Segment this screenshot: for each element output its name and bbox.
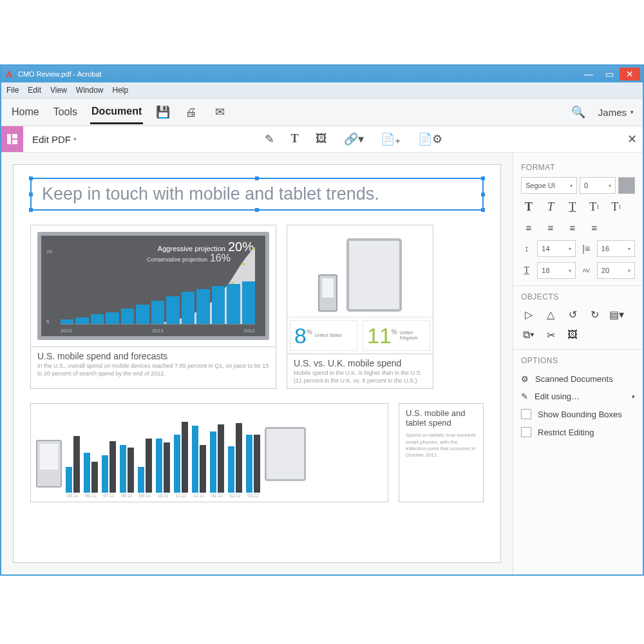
line-spacing-icon: ↕ <box>521 243 532 254</box>
underline-button[interactable]: T <box>565 199 580 214</box>
flip-horizontal-button[interactable]: △ <box>543 307 558 322</box>
font-family-select[interactable]: Segoe UI▾ <box>521 177 577 194</box>
format-sidebar: FORMAT Segoe UI▾ 0▾ T T T T1 T1 ≡ ≡ ≡ ≡ … <box>513 153 643 574</box>
group-button[interactable]: ⧉▾ <box>521 327 536 343</box>
document-page[interactable]: Keep in touch with mobile and tablet tre… <box>13 164 501 563</box>
panel3-title: U.S. mobile and tablet spend <box>406 409 477 428</box>
align-left-button[interactable]: ≡ <box>521 220 536 235</box>
phone-icon <box>36 440 62 488</box>
panel-mobile-tablet-chart: 05.11 06.11 07.11 08.11 09.11 10.11 11.1… <box>30 403 388 502</box>
window-close-button[interactable]: ✕ <box>620 68 640 80</box>
svg-point-8 <box>252 247 255 250</box>
panel3-subtitle: Spend on tablets now exceeds smart phone… <box>406 432 477 459</box>
checkbox-icon[interactable] <box>521 409 531 419</box>
panel2-title: U.S. vs. U.K. mobile spend <box>294 358 426 368</box>
format-heading: FORMAT <box>521 163 635 172</box>
color-swatch[interactable] <box>618 177 635 194</box>
menu-edit[interactable]: Edit <box>28 86 41 95</box>
panel1-title: U.S. mobile spend and forecasts <box>37 351 269 361</box>
horizontal-scale-icon: T <box>521 265 532 276</box>
align-center-button[interactable]: ≡ <box>543 220 558 235</box>
mail-icon[interactable]: ✉ <box>211 105 228 119</box>
options-heading: OPTIONS <box>521 356 635 365</box>
gear-icon: ⚙ <box>521 374 529 384</box>
chart-area-1: Aggressive projection20% Conservative pr… <box>37 232 269 340</box>
panel-us-mobile-spend: Aggressive projection20% Conservative pr… <box>30 225 276 389</box>
pencil-icon: ✎ <box>521 392 528 401</box>
close-tool-button[interactable]: ✕ <box>621 132 643 146</box>
panel1-subtitle: In the U.S., overall spend on mobile dev… <box>37 363 269 377</box>
font-size-select[interactable]: 0▾ <box>580 177 616 194</box>
edit-text-icon[interactable]: ✎ <box>265 132 274 146</box>
subscript-button[interactable]: T1 <box>609 199 624 214</box>
svg-rect-1 <box>12 134 17 138</box>
rotate-cw-button[interactable]: ↻ <box>587 307 602 322</box>
superscript-button[interactable]: T1 <box>587 199 602 214</box>
tab-document[interactable]: Document <box>90 100 143 124</box>
link-icon[interactable]: 🔗▾ <box>344 132 364 146</box>
objects-heading: OBJECTS <box>521 292 635 301</box>
flip-vertical-button[interactable]: ▷ <box>521 307 536 322</box>
paragraph-spacing-input[interactable]: 16▾ <box>597 240 635 257</box>
menu-file[interactable]: File <box>6 86 19 95</box>
line-spacing-input[interactable]: 14▾ <box>537 240 575 257</box>
paragraph-spacing-icon: |≡ <box>581 243 592 254</box>
page-area: Keep in touch with mobile and tablet tre… <box>1 153 513 574</box>
crop-button[interactable]: ✂ <box>543 327 558 343</box>
kerning-input[interactable]: 20▾ <box>597 262 635 279</box>
add-text-icon[interactable]: T <box>291 132 299 146</box>
maximize-button[interactable]: ▭ <box>599 68 620 80</box>
menu-window[interactable]: Window <box>76 86 104 95</box>
svg-rect-0 <box>7 134 11 144</box>
arrange-button[interactable]: ▤▾ <box>609 307 624 322</box>
app-logo-icon <box>4 69 14 79</box>
search-icon[interactable]: 🔍 <box>570 105 587 119</box>
menubar: File Edit View Window Help <box>1 82 643 99</box>
tab-tools[interactable]: Tools <box>52 101 79 123</box>
italic-button[interactable]: T <box>543 199 558 214</box>
tab-home[interactable]: Home <box>10 101 41 123</box>
edit-pdf-dropdown[interactable]: Edit PDF ▾ <box>23 134 86 145</box>
selected-text-frame[interactable]: Keep in touch with mobile and tablet tre… <box>30 178 484 211</box>
minimize-button[interactable]: — <box>578 68 599 80</box>
kerning-icon: AV <box>581 267 592 274</box>
align-justify-button[interactable]: ≡ <box>587 220 602 235</box>
replace-image-button[interactable]: 🖼 <box>565 327 580 343</box>
titlebar: CMO Review.pdf - Acrobat — ▭ ✕ <box>1 66 643 82</box>
tablet-icon <box>346 238 402 312</box>
show-bounding-boxes-option[interactable]: Show Bounding Boxes <box>521 405 635 423</box>
rotate-ccw-button[interactable]: ↺ <box>565 307 580 322</box>
scanned-documents-option[interactable]: ⚙Scanned Documents <box>521 370 635 388</box>
tablet-icon <box>265 427 306 481</box>
add-image-icon[interactable]: 🖼 <box>316 132 327 146</box>
panel-us-vs-uk: 8%United States 11%United Kingdom U.S. v… <box>287 225 433 389</box>
bold-button[interactable]: T <box>521 199 536 214</box>
sub-toolbar: Edit PDF ▾ ✎ T 🖼 🔗▾ 📄₊ 📄⚙ ✕ <box>1 126 643 153</box>
panel2-subtitle: Mobile spend in the U.K. is higher than … <box>294 370 426 384</box>
restrict-editing-option[interactable]: Restrict Editing <box>521 423 635 441</box>
page-settings-icon[interactable]: 📄⚙ <box>418 132 442 146</box>
headline-text[interactable]: Keep in touch with mobile and tablet tre… <box>42 184 472 204</box>
save-icon[interactable]: 💾 <box>155 105 171 119</box>
horizontal-scale-input[interactable]: 18▾ <box>537 262 575 279</box>
tool-mode-icon[interactable] <box>1 126 23 152</box>
menu-help[interactable]: Help <box>113 86 129 95</box>
panel-mobile-tablet-text: U.S. mobile and tablet spend Spend on ta… <box>399 403 484 502</box>
align-right-button[interactable]: ≡ <box>565 220 580 235</box>
add-page-icon[interactable]: 📄₊ <box>381 132 401 146</box>
svg-rect-2 <box>12 140 17 144</box>
menu-view[interactable]: View <box>50 86 67 95</box>
window-title: CMO Review.pdf - Acrobat <box>18 70 102 78</box>
print-icon[interactable]: 🖨 <box>183 106 200 119</box>
checkbox-icon[interactable] <box>521 427 531 437</box>
main-toolbar: Home Tools Document 💾 🖨 ✉ 🔍 James ▾ <box>1 99 643 126</box>
phone-icon <box>318 274 337 312</box>
user-menu[interactable]: James ▾ <box>598 107 634 118</box>
edit-using-option[interactable]: ✎Edit using…▾ <box>521 388 635 405</box>
